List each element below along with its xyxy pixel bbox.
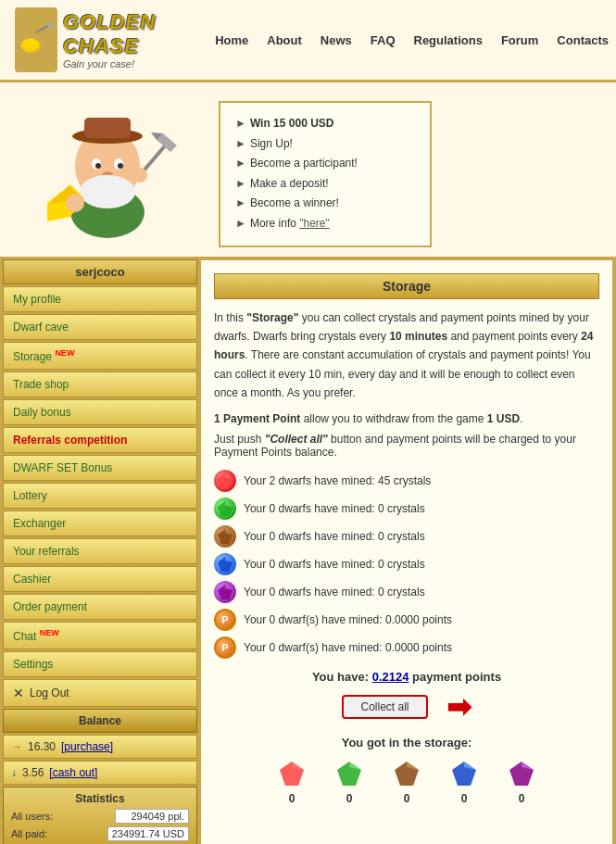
gem-red-icon (214, 470, 236, 492)
sidebar-item-chat[interactable]: Chat NEW (3, 622, 197, 649)
nav-regulations[interactable]: Regulations (414, 33, 483, 47)
svg-point-10 (95, 163, 101, 169)
storage-gem-brown: 0 (392, 759, 421, 805)
balance-title: Balance (3, 709, 197, 733)
gem-purple-icon (214, 581, 236, 603)
logo-subtitle: Gain your case! (63, 58, 178, 69)
promo-box: ►Win 15 000 USD ►Sign Up! ►Become a part… (219, 101, 432, 247)
storage-subtitle: You got in the storage: (214, 736, 599, 750)
sidebar-item-your-referrals[interactable]: Your referrals (3, 538, 197, 564)
balance-add-icon: → (11, 740, 22, 753)
sidebar-item-my-profile[interactable]: My profile (3, 286, 197, 312)
svg-rect-7 (84, 118, 131, 138)
sidebar-item-storage[interactable]: Storage NEW (3, 342, 197, 370)
payment-balance: You have: 0.2124 payment points (214, 670, 599, 684)
logo-area: GOLDEN CHASE Gain your case! (15, 7, 178, 72)
dwarf-mascot (15, 92, 200, 240)
cashout-link[interactable]: [cash out] (49, 766, 97, 779)
mining-row-4: Your 0 dwarfs have mined: 0 crystals (214, 581, 599, 603)
gem-green-icon (214, 498, 236, 520)
nav-faq[interactable]: FAQ (371, 33, 396, 47)
storage-gem-purple-count: 0 (519, 792, 525, 805)
storage-gem-blue: 0 (449, 759, 479, 805)
logo-text: GOLDEN CHASE Gain your case! (63, 10, 178, 69)
main-nav: Home About News FAQ Regulations Forum Co… (215, 33, 609, 47)
collect-info: Just push "Collect all" button and payme… (214, 433, 599, 459)
mining-row-2-text: Your 0 dwarfs have mined: 0 crystals (244, 530, 425, 543)
payment-balance-label: You have: (312, 670, 372, 684)
storage-gem-red: 0 (277, 759, 307, 805)
purchase-link[interactable]: [purchase] (61, 740, 113, 753)
promo-item-1: ►Win 15 000 USD (235, 114, 415, 134)
storage-new-badge: NEW (55, 348, 74, 358)
collect-all-button[interactable]: Collect all (342, 695, 427, 719)
gem-blue-icon (214, 553, 236, 575)
payment-balance-value[interactable]: 0.2124 (372, 670, 409, 684)
content-area: Storage In this "Storage" you can collec… (200, 259, 613, 844)
stats-paid-label: All paid: (11, 828, 47, 839)
logo-icon (15, 7, 57, 72)
stats-users-label: All users: (11, 811, 53, 822)
sidebar-item-dwarf-cave[interactable]: Dwarf cave (3, 314, 197, 340)
storage-gems-row: 0 0 0 0 0 (214, 759, 599, 805)
sidebar-item-daily-bonus[interactable]: Daily bonus (3, 399, 197, 425)
svg-marker-3 (46, 21, 55, 29)
sidebar-item-exchanger[interactable]: Exchanger (3, 510, 197, 536)
gem-brown-icon (214, 525, 236, 548)
statistics-section: Statistics All users: 294049 ppl. All pa… (3, 787, 197, 844)
nav-contacts[interactable]: Contacts (557, 33, 609, 47)
balance-amount: 16.30 (28, 740, 56, 753)
mining-row-2: Your 0 dwarfs have mined: 0 crystals (214, 525, 599, 548)
stats-row-users: All users: 294049 ppl. (11, 809, 189, 824)
main-layout: serjcoco My profile Dwarf cave Storage N… (0, 257, 616, 844)
promo-item-2: ►Sign Up! (235, 134, 415, 155)
content-title: Storage (214, 273, 599, 299)
gem-orange-coin2-icon: P (214, 636, 236, 659)
storage-gem-red-count: 0 (289, 792, 295, 805)
svg-point-19 (66, 194, 84, 212)
sidebar-item-cashier[interactable]: Cashier (3, 566, 197, 592)
nav-forum[interactable]: Forum (501, 33, 538, 47)
collect-arrow-icon: ➡ (446, 689, 471, 724)
sidebar-logout[interactable]: ✕ Log Out (3, 679, 197, 707)
promo-item-3: ►Become a participant! (235, 154, 415, 174)
mining-row-1-text: Your 0 dwarfs have mined: 0 crystals (244, 502, 425, 515)
stats-row-paid: All paid: 234991.74 USD (11, 826, 189, 841)
payment-balance-suffix: payment points (412, 670, 501, 684)
header: GOLDEN CHASE Gain your case! Home About … (0, 0, 616, 82)
mining-row-4-text: Your 0 dwarfs have mined: 0 crystals (244, 586, 425, 598)
promo-item-5: ►Become a winner! (235, 194, 415, 214)
mining-row-5: P Your 0 dwarf(s) have mined: 0.0000 poi… (214, 609, 599, 631)
nav-home[interactable]: Home (215, 33, 248, 47)
nav-about[interactable]: About (267, 33, 302, 47)
sidebar-username: serjcoco (3, 259, 197, 284)
sidebar-item-trade-shop[interactable]: Trade shop (3, 372, 197, 397)
storage-gem-brown-count: 0 (404, 792, 410, 805)
sidebar-item-referrals-competition[interactable]: Referrals competition (3, 427, 197, 453)
sidebar-item-order-payment[interactable]: Order payment (3, 594, 197, 620)
mining-row-6-text: Your 0 dwarf(s) have mined: 0.0000 point… (244, 641, 452, 654)
content-intro: In this "Storage" you can collect crysta… (214, 309, 599, 403)
promo-item-6[interactable]: ►More info "here" (235, 214, 415, 234)
mining-row-0-text: Your 2 dwarfs have mined: 45 crystals (244, 474, 431, 487)
sidebar-item-lottery[interactable]: Lottery (3, 483, 197, 509)
logo-title: GOLDEN CHASE (63, 10, 178, 58)
stats-users-value: 294049 ppl. (115, 809, 189, 824)
mining-row-0: Your 2 dwarfs have mined: 45 crystals (214, 470, 599, 492)
collect-btn-row: Collect all ➡ (214, 689, 599, 724)
mining-list: Your 2 dwarfs have mined: 45 crystals Yo… (214, 470, 599, 659)
mining-row-6: P Your 0 dwarf(s) have mined: 0.0000 poi… (214, 636, 599, 659)
storage-gem-green: 0 (334, 759, 364, 805)
mining-row-5-text: Your 0 dwarf(s) have mined: 0.0000 point… (244, 613, 452, 626)
promo-area: ►Win 15 000 USD ►Sign Up! ►Become a part… (0, 82, 616, 257)
stats-title: Statistics (11, 792, 189, 805)
svg-point-13 (80, 175, 135, 208)
sidebar-item-settings[interactable]: Settings (3, 651, 197, 677)
balance-row-cashout: ↓ 3.56 [cash out] (3, 761, 197, 785)
logout-label: Log Out (30, 687, 69, 699)
stats-paid-value: 234991.74 USD (107, 826, 189, 841)
mining-row-3: Your 0 dwarfs have mined: 0 crystals (214, 553, 599, 575)
sidebar-item-dwarf-set-bonus[interactable]: DWARF SET Bonus (3, 455, 197, 481)
nav-news[interactable]: News (321, 33, 352, 47)
svg-point-11 (118, 163, 123, 169)
